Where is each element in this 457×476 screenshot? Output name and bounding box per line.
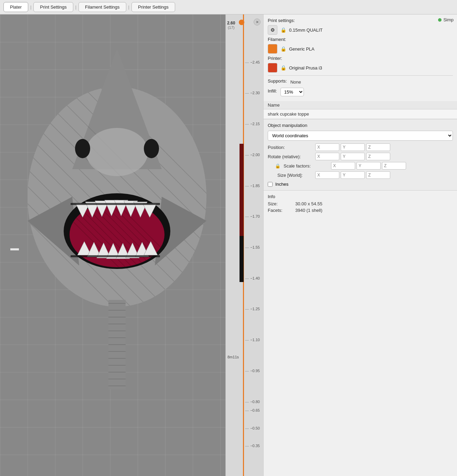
svg-point-23 (75, 139, 90, 158)
object-manipulation-section: Object manipulation World coordinates Po… (264, 119, 457, 190)
position-inputs (315, 143, 390, 151)
info-facets-label: Facets: (268, 208, 295, 213)
separator-1: | (30, 4, 31, 10)
layer-range-bar (240, 144, 244, 328)
tab-printer-settings[interactable]: Printer Settings (131, 2, 175, 12)
supports-label: Supports: (268, 78, 287, 84)
scale-y-input[interactable] (357, 162, 381, 170)
printer-value: Original Prusa i3 (289, 65, 453, 71)
separator-2: | (75, 4, 76, 10)
tab-plater[interactable]: Plater (3, 2, 28, 12)
position-x-input[interactable] (315, 143, 339, 151)
position-z-input[interactable] (366, 143, 390, 151)
layer-slider-area: 2.60 (17) ✕ −2.45 −2.30 −2.15 −2.00 −1.8… (225, 14, 263, 476)
rotate-inputs (315, 153, 390, 160)
lock-scale-icon: 🔒 (275, 163, 281, 169)
printer-label: Printer: (268, 56, 453, 61)
world-coordinates-select[interactable]: World coordinates (268, 131, 453, 141)
supports-value: None (290, 79, 301, 85)
size-x-input[interactable] (315, 171, 339, 179)
objects-table-header: Name (264, 101, 457, 109)
layer-top-handle[interactable] (239, 20, 244, 25)
position-label: Position: (268, 145, 312, 150)
filament-row[interactable]: 🔒 Generic PLA (268, 44, 453, 54)
print-settings-row[interactable]: ⚙ 🔒 0.15mm QUALIT (268, 25, 453, 35)
separator-3: | (128, 4, 129, 10)
rotate-x-input[interactable] (315, 153, 339, 160)
layer-value: 2.60 (227, 21, 235, 25)
simple-mode-badge: Simp (438, 17, 454, 22)
printer-color-box (268, 63, 277, 73)
scale-factors-label: Scale factors: (284, 163, 328, 169)
objects-table: Name shark cupcake toppe (264, 101, 457, 119)
scale-factors-row: 🔒 Scale factors: (268, 162, 453, 170)
lock-icon-print: 🔒 (279, 26, 287, 34)
info-facets-row: Facets: 3940 (1 shell) (268, 208, 453, 213)
inches-row: Inches (268, 182, 453, 187)
time-label: 8m11s (227, 355, 239, 359)
svg-rect-54 (71, 203, 160, 205)
size-world-row: Size [World]: (268, 171, 453, 179)
rotate-z-input[interactable] (366, 153, 390, 160)
status-dot (438, 18, 442, 22)
object-name-cell: shark cupcake toppe (264, 109, 457, 119)
size-y-input[interactable] (341, 171, 365, 179)
tick-11: −0.95 (245, 369, 260, 373)
simple-mode-label: Simp (443, 17, 454, 22)
infill-select[interactable]: 15% 0% 5% 10% 20% 25% 30% 40% 50% 75% 10… (280, 88, 304, 96)
position-y-input[interactable] (341, 143, 365, 151)
object-manipulation-title: Object manipulation (268, 123, 453, 128)
filament-label: Filament: (268, 37, 453, 42)
tick-3: −2.15 (245, 122, 260, 126)
supports-row: Supports: None (268, 78, 453, 86)
filament-color-box (268, 44, 277, 54)
svg-rect-55 (71, 255, 160, 257)
lock-icon-filament: 🔒 (279, 45, 287, 53)
rotate-y-input[interactable] (341, 153, 365, 160)
print-settings-icon: ⚙ (268, 25, 277, 35)
right-panel: Simp Print settings: ⚙ 🔒 0.15mm QUALIT F… (263, 14, 457, 476)
toolbar: Plater | Print Settings | Filament Setti… (0, 0, 457, 14)
tick-9: −1.25 (245, 307, 260, 311)
tick-12: −0.80 (245, 400, 260, 404)
position-row: Position: (268, 143, 453, 151)
tick-2: −2.30 (245, 91, 260, 95)
tick-5: −1.85 (245, 184, 260, 188)
info-size-row: Size: 30.00 x 54.55 (268, 201, 453, 206)
size-z-input[interactable] (366, 171, 390, 179)
layer-number: (17) (227, 25, 235, 30)
close-button[interactable]: ✕ (254, 19, 261, 25)
info-facets-value: 3940 (1 shell) (295, 208, 322, 213)
tab-print-settings[interactable]: Print Settings (33, 2, 73, 12)
scale-x-input[interactable] (331, 162, 355, 170)
rotate-row: Rotate (relative): (268, 153, 453, 160)
info-size-value: 30.00 x 54.55 (295, 201, 322, 206)
inches-label: Inches (275, 182, 288, 187)
tick-10: −1.10 (245, 338, 260, 342)
filament-value: Generic PLA (289, 46, 453, 52)
size-world-label: Size [World]: (268, 173, 312, 178)
rotate-label: Rotate (relative): (268, 154, 312, 159)
gear-icon: ⚙ (270, 27, 275, 33)
tick-4: −2.00 (245, 153, 260, 157)
tab-filament-settings[interactable]: Filament Settings (78, 2, 126, 12)
svg-rect-70 (10, 248, 19, 250)
inches-checkbox[interactable] (268, 182, 273, 187)
info-size-label: Size: (268, 201, 295, 206)
size-world-inputs (315, 171, 390, 179)
shark-model[interactable] (10, 32, 224, 410)
info-section: Info Size: 30.00 x 54.55 Facets: 3940 (1… (264, 190, 457, 218)
tick-7: −1.55 (245, 245, 260, 249)
lock-icon-printer: 🔒 (279, 64, 287, 72)
scale-inputs (331, 162, 406, 170)
layer-range-bottom (240, 236, 244, 282)
scale-z-input[interactable] (382, 162, 406, 170)
infill-row: Infill: 15% 0% 5% 10% 20% 25% 30% 40% 50… (268, 88, 453, 96)
info-title: Info (268, 194, 453, 199)
table-row[interactable]: shark cupcake toppe (264, 109, 457, 119)
printer-row[interactable]: 🔒 Original Prusa i3 (268, 63, 453, 73)
tick-13: −0.65 (245, 408, 260, 412)
infill-label: Infill: (268, 88, 277, 94)
print-settings-value: 0.15mm QUALIT (289, 28, 453, 33)
tick-15: −0.35 (245, 444, 260, 448)
